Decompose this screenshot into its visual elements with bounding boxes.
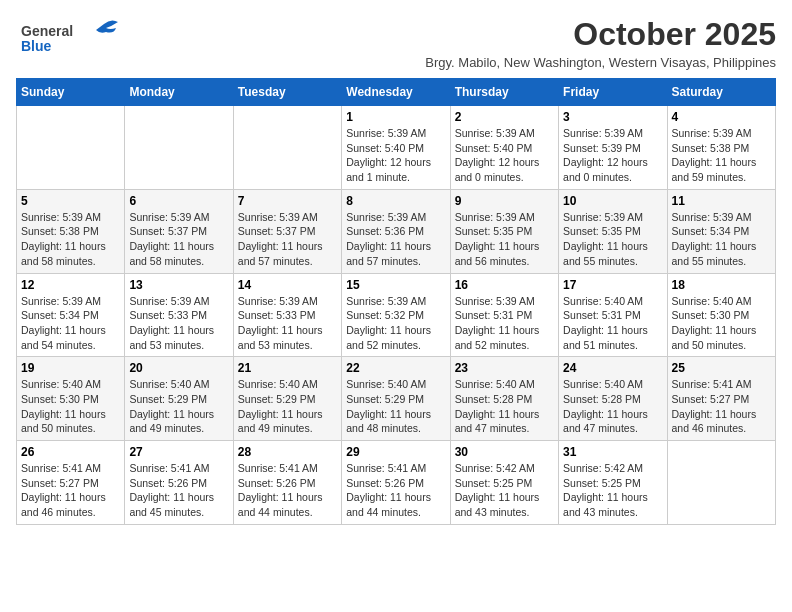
day-number: 11 xyxy=(672,194,771,208)
calendar-cell: 31Sunrise: 5:42 AMSunset: 5:25 PMDayligh… xyxy=(559,441,667,525)
day-info: Sunrise: 5:41 AMSunset: 5:26 PMDaylight:… xyxy=(129,461,228,520)
month-title: October 2025 xyxy=(425,16,776,53)
header-wednesday: Wednesday xyxy=(342,79,450,106)
day-info: Sunrise: 5:40 AMSunset: 5:29 PMDaylight:… xyxy=(129,377,228,436)
day-number: 7 xyxy=(238,194,337,208)
logo: General Blue xyxy=(16,16,126,56)
day-number: 26 xyxy=(21,445,120,459)
logo-svg: General Blue xyxy=(16,16,126,56)
day-number: 6 xyxy=(129,194,228,208)
calendar-cell: 5Sunrise: 5:39 AMSunset: 5:38 PMDaylight… xyxy=(17,189,125,273)
calendar-cell xyxy=(17,106,125,190)
calendar-cell: 20Sunrise: 5:40 AMSunset: 5:29 PMDayligh… xyxy=(125,357,233,441)
calendar-cell: 15Sunrise: 5:39 AMSunset: 5:32 PMDayligh… xyxy=(342,273,450,357)
day-info: Sunrise: 5:39 AMSunset: 5:35 PMDaylight:… xyxy=(455,210,554,269)
day-info: Sunrise: 5:39 AMSunset: 5:38 PMDaylight:… xyxy=(21,210,120,269)
day-info: Sunrise: 5:39 AMSunset: 5:40 PMDaylight:… xyxy=(455,126,554,185)
day-number: 31 xyxy=(563,445,662,459)
day-info: Sunrise: 5:40 AMSunset: 5:28 PMDaylight:… xyxy=(455,377,554,436)
week-row-3: 12Sunrise: 5:39 AMSunset: 5:34 PMDayligh… xyxy=(17,273,776,357)
calendar-cell: 28Sunrise: 5:41 AMSunset: 5:26 PMDayligh… xyxy=(233,441,341,525)
week-row-4: 19Sunrise: 5:40 AMSunset: 5:30 PMDayligh… xyxy=(17,357,776,441)
day-info: Sunrise: 5:39 AMSunset: 5:34 PMDaylight:… xyxy=(21,294,120,353)
calendar-cell: 12Sunrise: 5:39 AMSunset: 5:34 PMDayligh… xyxy=(17,273,125,357)
calendar-cell: 9Sunrise: 5:39 AMSunset: 5:35 PMDaylight… xyxy=(450,189,558,273)
day-number: 8 xyxy=(346,194,445,208)
day-info: Sunrise: 5:39 AMSunset: 5:34 PMDaylight:… xyxy=(672,210,771,269)
header-sunday: Sunday xyxy=(17,79,125,106)
day-number: 10 xyxy=(563,194,662,208)
header-thursday: Thursday xyxy=(450,79,558,106)
calendar-cell: 16Sunrise: 5:39 AMSunset: 5:31 PMDayligh… xyxy=(450,273,558,357)
calendar-cell: 4Sunrise: 5:39 AMSunset: 5:38 PMDaylight… xyxy=(667,106,775,190)
calendar-cell: 1Sunrise: 5:39 AMSunset: 5:40 PMDaylight… xyxy=(342,106,450,190)
week-row-1: 1Sunrise: 5:39 AMSunset: 5:40 PMDaylight… xyxy=(17,106,776,190)
day-info: Sunrise: 5:40 AMSunset: 5:31 PMDaylight:… xyxy=(563,294,662,353)
calendar-cell: 27Sunrise: 5:41 AMSunset: 5:26 PMDayligh… xyxy=(125,441,233,525)
calendar-cell: 24Sunrise: 5:40 AMSunset: 5:28 PMDayligh… xyxy=(559,357,667,441)
day-info: Sunrise: 5:40 AMSunset: 5:30 PMDaylight:… xyxy=(672,294,771,353)
day-number: 14 xyxy=(238,278,337,292)
day-info: Sunrise: 5:42 AMSunset: 5:25 PMDaylight:… xyxy=(563,461,662,520)
calendar-cell: 7Sunrise: 5:39 AMSunset: 5:37 PMDaylight… xyxy=(233,189,341,273)
day-number: 13 xyxy=(129,278,228,292)
calendar-cell: 3Sunrise: 5:39 AMSunset: 5:39 PMDaylight… xyxy=(559,106,667,190)
day-info: Sunrise: 5:39 AMSunset: 5:37 PMDaylight:… xyxy=(129,210,228,269)
calendar-cell: 14Sunrise: 5:39 AMSunset: 5:33 PMDayligh… xyxy=(233,273,341,357)
week-row-2: 5Sunrise: 5:39 AMSunset: 5:38 PMDaylight… xyxy=(17,189,776,273)
calendar-header-row: SundayMondayTuesdayWednesdayThursdayFrid… xyxy=(17,79,776,106)
day-number: 17 xyxy=(563,278,662,292)
calendar-cell: 13Sunrise: 5:39 AMSunset: 5:33 PMDayligh… xyxy=(125,273,233,357)
calendar-cell: 8Sunrise: 5:39 AMSunset: 5:36 PMDaylight… xyxy=(342,189,450,273)
calendar-cell xyxy=(667,441,775,525)
day-info: Sunrise: 5:39 AMSunset: 5:31 PMDaylight:… xyxy=(455,294,554,353)
calendar-cell: 6Sunrise: 5:39 AMSunset: 5:37 PMDaylight… xyxy=(125,189,233,273)
svg-text:General: General xyxy=(21,23,73,39)
day-info: Sunrise: 5:42 AMSunset: 5:25 PMDaylight:… xyxy=(455,461,554,520)
day-info: Sunrise: 5:39 AMSunset: 5:40 PMDaylight:… xyxy=(346,126,445,185)
calendar-cell: 11Sunrise: 5:39 AMSunset: 5:34 PMDayligh… xyxy=(667,189,775,273)
day-number: 12 xyxy=(21,278,120,292)
day-info: Sunrise: 5:39 AMSunset: 5:36 PMDaylight:… xyxy=(346,210,445,269)
title-block: October 2025 Brgy. Mabilo, New Washingto… xyxy=(425,16,776,70)
day-number: 9 xyxy=(455,194,554,208)
header-monday: Monday xyxy=(125,79,233,106)
day-number: 24 xyxy=(563,361,662,375)
calendar-cell: 2Sunrise: 5:39 AMSunset: 5:40 PMDaylight… xyxy=(450,106,558,190)
day-info: Sunrise: 5:40 AMSunset: 5:30 PMDaylight:… xyxy=(21,377,120,436)
day-info: Sunrise: 5:39 AMSunset: 5:33 PMDaylight:… xyxy=(129,294,228,353)
day-info: Sunrise: 5:39 AMSunset: 5:33 PMDaylight:… xyxy=(238,294,337,353)
calendar-cell: 18Sunrise: 5:40 AMSunset: 5:30 PMDayligh… xyxy=(667,273,775,357)
calendar-cell xyxy=(125,106,233,190)
day-info: Sunrise: 5:40 AMSunset: 5:28 PMDaylight:… xyxy=(563,377,662,436)
day-number: 5 xyxy=(21,194,120,208)
day-number: 30 xyxy=(455,445,554,459)
calendar-cell: 17Sunrise: 5:40 AMSunset: 5:31 PMDayligh… xyxy=(559,273,667,357)
calendar-cell: 10Sunrise: 5:39 AMSunset: 5:35 PMDayligh… xyxy=(559,189,667,273)
calendar-cell: 22Sunrise: 5:40 AMSunset: 5:29 PMDayligh… xyxy=(342,357,450,441)
day-number: 18 xyxy=(672,278,771,292)
day-number: 21 xyxy=(238,361,337,375)
calendar-cell: 26Sunrise: 5:41 AMSunset: 5:27 PMDayligh… xyxy=(17,441,125,525)
day-number: 29 xyxy=(346,445,445,459)
day-info: Sunrise: 5:41 AMSunset: 5:27 PMDaylight:… xyxy=(21,461,120,520)
day-number: 25 xyxy=(672,361,771,375)
day-info: Sunrise: 5:39 AMSunset: 5:39 PMDaylight:… xyxy=(563,126,662,185)
calendar-cell: 23Sunrise: 5:40 AMSunset: 5:28 PMDayligh… xyxy=(450,357,558,441)
day-info: Sunrise: 5:41 AMSunset: 5:26 PMDaylight:… xyxy=(238,461,337,520)
week-row-5: 26Sunrise: 5:41 AMSunset: 5:27 PMDayligh… xyxy=(17,441,776,525)
day-info: Sunrise: 5:41 AMSunset: 5:26 PMDaylight:… xyxy=(346,461,445,520)
header-saturday: Saturday xyxy=(667,79,775,106)
calendar-cell: 19Sunrise: 5:40 AMSunset: 5:30 PMDayligh… xyxy=(17,357,125,441)
calendar-cell: 30Sunrise: 5:42 AMSunset: 5:25 PMDayligh… xyxy=(450,441,558,525)
day-info: Sunrise: 5:39 AMSunset: 5:37 PMDaylight:… xyxy=(238,210,337,269)
header-tuesday: Tuesday xyxy=(233,79,341,106)
day-info: Sunrise: 5:40 AMSunset: 5:29 PMDaylight:… xyxy=(238,377,337,436)
day-number: 1 xyxy=(346,110,445,124)
day-number: 23 xyxy=(455,361,554,375)
calendar-cell: 21Sunrise: 5:40 AMSunset: 5:29 PMDayligh… xyxy=(233,357,341,441)
day-number: 19 xyxy=(21,361,120,375)
day-number: 28 xyxy=(238,445,337,459)
day-info: Sunrise: 5:40 AMSunset: 5:29 PMDaylight:… xyxy=(346,377,445,436)
day-number: 22 xyxy=(346,361,445,375)
